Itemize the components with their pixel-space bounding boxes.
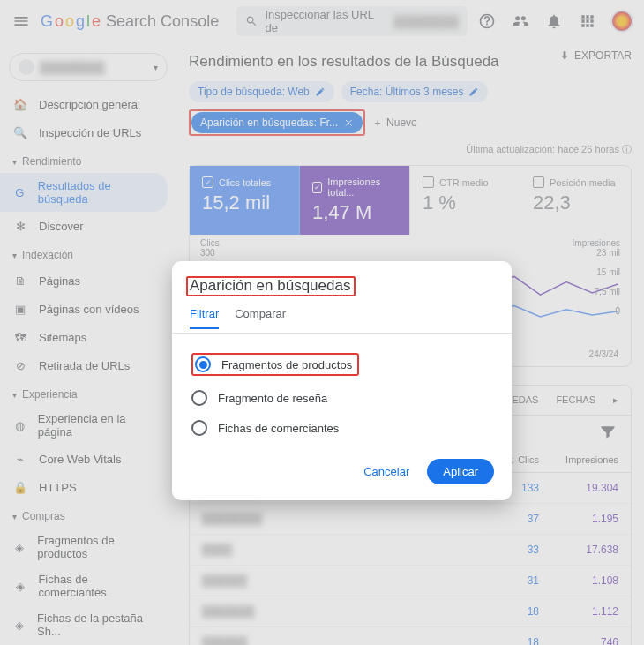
sidebar-merchant[interactable]: ◈Fichas de comerciantes [0,566,168,605]
filter-icon[interactable] [597,421,618,442]
sidebar-overview[interactable]: 🏠Descripción general [0,90,168,118]
sidebar-removals[interactable]: ⊘Retirada de URLs [0,351,168,379]
sidebar-video-pages[interactable]: ▣Páginas con vídeos [0,295,168,323]
sidebar-discover[interactable]: ✻Discover [0,212,168,240]
metric-ctr[interactable]: CTR medio1 % [410,166,520,235]
table-row[interactable]: ██████18746 [190,627,631,645]
apps-icon[interactable] [577,11,598,32]
table-row[interactable]: ██████311.108 [190,566,631,596]
chip-search-type[interactable]: Tipo de búsqueda: Web [189,81,334,102]
property-selector[interactable]: ████████▾ [9,53,168,81]
group-compras[interactable]: ▾Compras [0,505,176,528]
cancel-button[interactable]: Cancelar [355,459,418,484]
group-indexacion[interactable]: ▾Indexación [0,244,176,266]
option-review-snippet[interactable]: Fragmento de reseña [190,383,494,413]
main-menu-icon[interactable] [11,11,32,32]
sidebar-url-inspect[interactable]: 🔍Inspección de URLs [0,118,168,146]
radio-icon [191,390,207,406]
sidebar-pages[interactable]: 🗎Páginas [0,266,168,295]
tab-filter[interactable]: Filtrar [190,307,219,329]
sidebar-search-results[interactable]: GResultados de búsqueda [0,173,168,212]
add-filter-button[interactable]: ＋ Nuevo [372,116,417,131]
option-product-snippets[interactable]: Fragmentos de productos [190,346,494,383]
metric-impressions[interactable]: Impresiones total...1,47 M [300,166,410,235]
metric-clicks[interactable]: Clics totales15,2 mil [190,166,300,235]
radio-icon [191,420,207,436]
sidebar-page-exp[interactable]: ◍Experiencia en la página [0,406,168,445]
apply-button[interactable]: Aplicar [427,459,494,484]
sidebar-https[interactable]: 🔒HTTPS [0,473,168,501]
google-logo: Google Search Console [41,12,219,31]
export-button[interactable]: ⬇ EXPORTAR [560,49,632,62]
group-rendimiento[interactable]: ▾Rendimiento [0,150,176,173]
table-row[interactable]: ███████181.112 [190,596,631,627]
sidebar: ████████▾ 🏠Descripción general 🔍Inspecci… [0,42,176,645]
url-search-input[interactable]: Inspeccionar las URL de ████████ [236,6,468,36]
radio-icon [195,356,211,372]
sidebar-product-snippets[interactable]: ◈Fragmentos de productos [0,528,168,566]
sidebar-cwv[interactable]: ⌁Core Web Vitals [0,445,168,473]
table-row[interactable]: ████3317.638 [190,535,631,566]
sidebar-shopping-tab[interactable]: ◈Fichas de la pestaña Sh... [0,605,168,644]
option-merchant-listings[interactable]: Fichas de comerciantes [190,413,494,443]
sidebar-sitemaps[interactable]: 🗺Sitemaps [0,323,168,351]
last-update: Última actualización: hace 26 horas ⓘ [189,143,632,156]
group-experiencia[interactable]: ▾Experiencia [0,383,176,406]
users-icon[interactable] [510,11,531,32]
tab-compare[interactable]: Comparar [235,307,286,329]
notifications-icon[interactable] [543,11,565,32]
search-appearance-dialog: Aparición en búsquedas Filtrar Comparar … [172,261,512,500]
dialog-title: Aparición en búsquedas [190,277,350,295]
table-row[interactable]: ████████371.195 [190,504,631,535]
chip-search-appearance[interactable]: Aparición en búsquedas: Fr... [191,112,363,133]
metric-position[interactable]: Posición media22,3 [520,166,631,235]
help-icon[interactable] [476,11,498,32]
chip-date[interactable]: Fecha: Últimos 3 meses [341,81,489,102]
account-avatar[interactable] [610,10,633,33]
